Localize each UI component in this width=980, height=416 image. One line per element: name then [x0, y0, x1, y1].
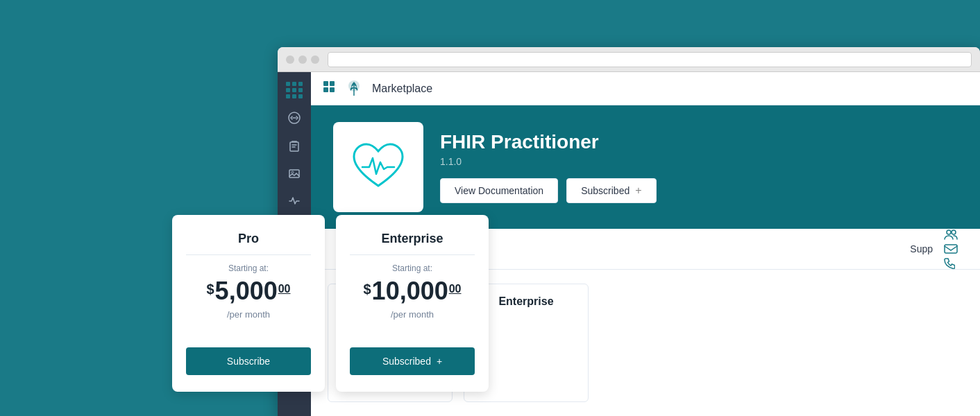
sidebar-icon-clipboard[interactable] [282, 133, 307, 158]
support-area: Supp [910, 229, 963, 269]
svg-rect-12 [945, 245, 957, 253]
nav-logo [344, 79, 364, 98]
svg-rect-7 [330, 87, 335, 92]
svg-rect-2 [289, 170, 299, 177]
svg-point-11 [952, 230, 956, 234]
tree-logo-icon [344, 79, 364, 98]
nav-title: Marketplace [372, 83, 432, 95]
hero-buttons: View Documentation Subscribed + [440, 178, 963, 203]
grid-dots-icon [286, 82, 303, 98]
support-label: Supp [910, 243, 933, 254]
svg-rect-6 [323, 87, 328, 92]
plan-pro-dollar: $ [206, 281, 214, 297]
subscribed-enterprise-button[interactable]: Subscribed + [350, 347, 475, 375]
browser-titlebar [278, 47, 980, 72]
plan-card-enterprise: Enterprise Starting at: $ 10,000 00 /per… [336, 215, 489, 392]
plan-pro-price: $ 5,000 00 [206, 279, 290, 304]
email-icon [944, 244, 958, 254]
plan-card-pro: Pro Starting at: $ 5,000 00 /per month S… [172, 215, 325, 392]
photo-icon [288, 167, 301, 180]
plan-enterprise-starting: Starting at: [392, 263, 432, 273]
plan-pro-title: Pro [238, 232, 259, 246]
floating-plan-cards: Pro Starting at: $ 5,000 00 /per month S… [172, 215, 489, 392]
plan-enterprise-dollar: $ [363, 281, 371, 297]
clipboard-icon [288, 139, 301, 152]
view-documentation-button[interactable]: View Documentation [440, 178, 558, 203]
plan-enterprise-price: $ 10,000 00 [363, 279, 461, 304]
topnav: Marketplace [311, 72, 980, 105]
nav-grid-icon[interactable] [322, 80, 336, 97]
svg-point-3 [292, 171, 294, 173]
sidebar-icon-activity[interactable] [282, 189, 307, 214]
activity-icon [288, 195, 301, 207]
subscribed-label: Subscribed [581, 185, 630, 196]
support-icons [944, 229, 963, 269]
dot-minimize [298, 55, 307, 64]
hero-section: FHIR Practitioner 1.1.0 View Documentati… [311, 105, 980, 229]
subscribe-pro-button[interactable]: Subscribe [186, 347, 311, 375]
plan-enterprise-divider [350, 254, 475, 255]
dot-maximize [311, 55, 319, 64]
exchange-icon [288, 112, 301, 124]
plan-pro-cents: 00 [278, 283, 291, 295]
fhir-heart-icon [347, 136, 409, 198]
subscribed-enterprise-label: Subscribed [382, 356, 431, 367]
people-icon [944, 229, 958, 240]
plan-small-enterprise-name: Enterprise [498, 295, 553, 308]
hero-logo-box [333, 122, 423, 212]
subscribed-button[interactable]: Subscribed + [566, 178, 656, 203]
plan-enterprise-cents: 00 [449, 283, 462, 295]
plan-pro-per-month: /per month [227, 309, 270, 320]
plan-pro-divider [186, 254, 311, 255]
phone-icon [944, 258, 955, 269]
hero-version: 1.1.0 [440, 156, 963, 167]
url-bar[interactable] [328, 52, 972, 67]
plan-enterprise-amount: 10,000 [372, 279, 448, 304]
dot-close [286, 55, 294, 64]
sidebar-icon-grid[interactable] [282, 78, 307, 103]
browser-traffic-lights [286, 55, 319, 64]
subscribed-plus-icon: + [635, 184, 641, 197]
sidebar-icon-photo[interactable] [282, 161, 307, 186]
svg-rect-5 [330, 81, 335, 86]
sidebar-icon-exchange[interactable] [282, 105, 307, 130]
svg-rect-4 [323, 81, 328, 86]
plan-pro-starting: Starting at: [228, 263, 269, 273]
grid-nav-icon [322, 80, 336, 94]
svg-point-10 [947, 230, 951, 234]
hero-info: FHIR Practitioner 1.1.0 View Documentati… [440, 131, 963, 203]
hero-title: FHIR Practitioner [440, 131, 963, 153]
plan-pro-amount: 5,000 [215, 279, 278, 304]
subscribed-enterprise-plus: + [437, 356, 442, 367]
plan-enterprise-per-month: /per month [391, 309, 434, 320]
plan-enterprise-title: Enterprise [381, 232, 443, 246]
